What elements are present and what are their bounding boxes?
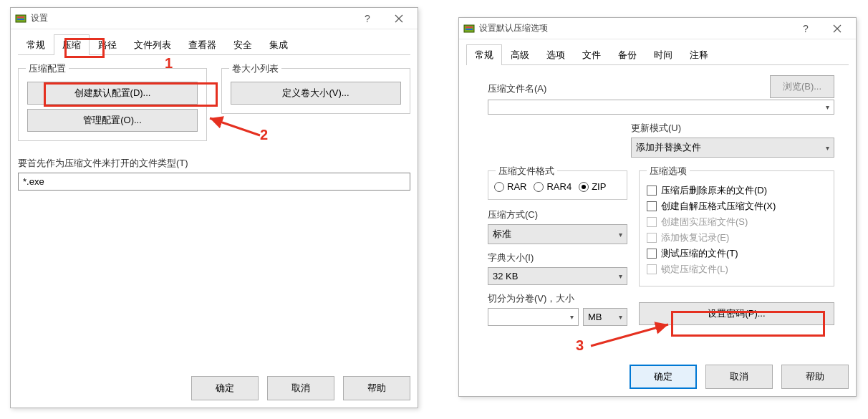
method-select[interactable]: 标准▾ — [488, 224, 627, 244]
dialog-title: 设置 — [31, 12, 48, 24]
tab-filelist[interactable]: 文件列表 — [125, 34, 180, 55]
split-label: 切分为分卷(V)，大小 — [488, 292, 627, 305]
update-mode-label: 更新模式(U) — [631, 122, 834, 135]
define-volume-size-button[interactable]: 定义卷大小(V)... — [231, 82, 401, 105]
svg-rect-6 — [466, 29, 473, 30]
radio-rar[interactable]: RAR — [494, 181, 526, 192]
group-volume-size: 卷大小列表 定义卷大小(V)... — [221, 68, 410, 114]
cancel-button[interactable]: 取消 — [705, 365, 773, 389]
tab-security[interactable]: 安全 — [225, 34, 261, 55]
chevron-down-icon: ▾ — [619, 313, 622, 321]
chevron-down-icon: ▾ — [570, 313, 574, 321]
archive-name-label: 压缩文件名(A) — [488, 82, 764, 95]
help-button[interactable]: 帮助 — [781, 365, 849, 389]
dialog-footer: 确定 取消 帮助 — [191, 376, 410, 400]
annotation-num-1: 1 — [165, 55, 173, 72]
chk-recovery: 添加恢复记录(E) — [647, 231, 826, 244]
annotation-num-2: 2 — [260, 127, 268, 143]
app-icon — [15, 13, 26, 24]
tab-files[interactable]: 文件 — [574, 44, 609, 65]
set-password-button[interactable]: 设置密码(P)... — [639, 302, 834, 325]
tab-compress[interactable]: 压缩 — [54, 34, 90, 55]
chevron-down-icon: ▾ — [619, 231, 622, 239]
options-tabs: 常规 高级 选项 文件 备份 时间 注释 — [466, 44, 849, 65]
dialog-footer: 确定 取消 帮助 — [630, 365, 849, 389]
close-button[interactable] — [383, 9, 415, 29]
annotation-num-3: 3 — [576, 337, 584, 354]
tab-backup[interactable]: 备份 — [609, 44, 645, 65]
svg-rect-2 — [17, 19, 24, 20]
group-compress-options: 压缩选项 压缩后删除原来的文件(D) 创建自解压格式压缩文件(X) 创建固实压缩… — [639, 170, 834, 286]
tab-comment[interactable]: 注释 — [681, 44, 717, 65]
chk-test[interactable]: 测试压缩的文件(T) — [647, 247, 826, 260]
group-legend: 卷大小列表 — [229, 62, 281, 75]
browse-button[interactable]: 浏览(B)... — [770, 75, 834, 98]
tab-general[interactable]: 常规 — [466, 44, 502, 65]
group-legend: 压缩配置 — [26, 62, 69, 75]
open-types-label: 要首先作为压缩文件来打开的文件类型(T) — [18, 157, 410, 170]
update-mode-value: 添加并替换文件 — [636, 141, 701, 154]
tab-integration[interactable]: 集成 — [261, 34, 296, 55]
split-size-combo[interactable]: ▾ — [488, 308, 579, 326]
group-archive-format: 压缩文件格式 RAR RAR4 ZIP — [488, 170, 627, 200]
open-types-input[interactable] — [18, 173, 410, 191]
dialog-title: 设置默认压缩选项 — [479, 22, 548, 34]
split-unit-select[interactable]: MB▾ — [583, 308, 627, 326]
default-compress-options-dialog: 设置默认压缩选项 ? 常规 高级 选项 文件 备份 时间 注释 压缩文件名(A)… — [458, 17, 857, 397]
chk-sfx[interactable]: 创建自解压格式压缩文件(X) — [647, 200, 826, 213]
ok-button[interactable]: 确定 — [191, 376, 259, 400]
create-default-profile-button[interactable]: 创建默认配置(D)... — [27, 82, 198, 105]
archive-name-combo[interactable]: ▾ — [488, 100, 834, 115]
cancel-button[interactable]: 取消 — [267, 376, 334, 400]
tab-options[interactable]: 选项 — [538, 44, 574, 65]
help-button[interactable]: 帮助 — [343, 376, 410, 400]
chk-solid: 创建固实压缩文件(S) — [647, 216, 826, 228]
tab-viewer[interactable]: 查看器 — [180, 34, 225, 55]
chk-lock: 锁定压缩文件(L) — [647, 263, 826, 276]
group-compress-profile: 压缩配置 创建默认配置(D)... 管理配置(O)... — [18, 68, 207, 141]
chevron-down-icon: ▾ — [826, 144, 829, 152]
tab-time[interactable]: 时间 — [645, 44, 681, 65]
update-mode-select[interactable]: 添加并替换文件 ▾ — [631, 138, 834, 158]
ok-button[interactable]: 确定 — [630, 365, 697, 389]
chk-delete-after[interactable]: 压缩后删除原来的文件(D) — [647, 184, 826, 197]
titlebar: 设置 ? — [11, 8, 418, 29]
radio-rar4[interactable]: RAR4 — [534, 181, 572, 192]
help-button[interactable]: ? — [790, 19, 821, 39]
settings-tabs: 常规 压缩 路径 文件列表 查看器 安全 集成 — [18, 34, 410, 55]
tab-path[interactable]: 路径 — [90, 34, 125, 55]
dict-label: 字典大小(I) — [488, 251, 627, 264]
help-button[interactable]: ? — [352, 9, 383, 29]
radio-zip[interactable]: ZIP — [579, 181, 606, 192]
chevron-down-icon: ▾ — [826, 103, 829, 111]
titlebar: 设置默认压缩选项 ? — [459, 18, 856, 39]
tab-advanced[interactable]: 高级 — [502, 44, 538, 65]
dict-select[interactable]: 32 KB▾ — [488, 267, 627, 285]
app-icon — [463, 23, 475, 34]
svg-rect-5 — [466, 27, 473, 28]
group-legend: 压缩文件格式 — [496, 165, 557, 178]
svg-rect-1 — [17, 16, 24, 18]
tab-general[interactable]: 常规 — [18, 34, 54, 55]
chevron-down-icon: ▾ — [619, 272, 622, 280]
manage-profiles-button[interactable]: 管理配置(O)... — [27, 109, 198, 132]
method-label: 压缩方式(C) — [488, 208, 627, 221]
close-button[interactable] — [821, 19, 853, 39]
group-legend: 压缩选项 — [647, 165, 690, 178]
settings-dialog: 设置 ? 常规 压缩 路径 文件列表 查看器 安全 集成 压缩配置 创建默认配置… — [10, 7, 418, 408]
